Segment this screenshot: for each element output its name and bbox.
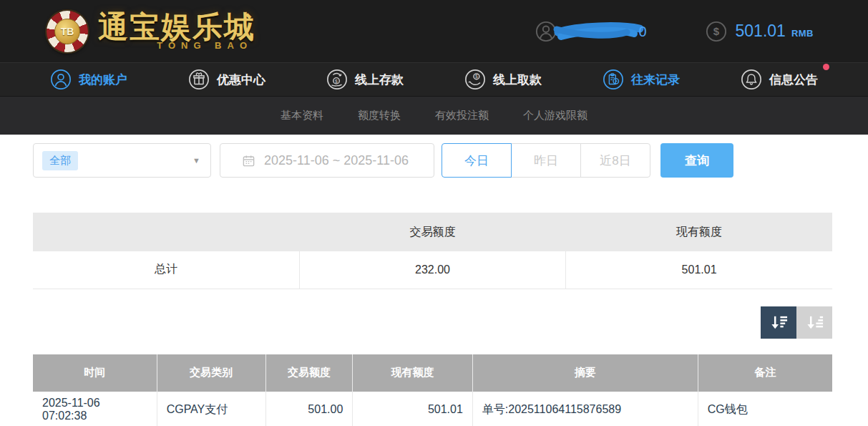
balance-currency: RMB xyxy=(791,24,814,39)
brand-name-cn: 通宝娱乐城 xyxy=(98,11,255,43)
svg-text:$: $ xyxy=(475,74,478,79)
nav-item-my-account[interactable]: 我的账户 xyxy=(50,69,127,90)
summary-header-cell-transaction-amount: 交易额度 xyxy=(299,213,565,251)
yesterday-button[interactable]: 昨日 xyxy=(511,143,581,178)
sort-descending-icon xyxy=(769,313,789,332)
user-icon xyxy=(50,69,72,90)
nav-item-promotions[interactable]: 优惠中心 xyxy=(188,69,265,90)
username-redaction: 0 xyxy=(552,19,645,44)
summary-header-cell xyxy=(33,213,299,251)
summary-table: 交易额度 现有额度 总计 232.00 501.01 xyxy=(33,213,832,289)
records-header-summary: 摘要 xyxy=(472,354,698,392)
table-row: 2025-11-06 07:02:38 CGPAY支付 501.00 501.0… xyxy=(33,392,832,426)
sort-descending-button[interactable] xyxy=(761,306,796,339)
record-remarks: CG钱包 xyxy=(698,392,832,426)
records-header-transaction-amount: 交易额度 xyxy=(265,354,353,392)
nav-label: 线上取款 xyxy=(493,72,542,88)
selected-type-value: 全部 xyxy=(42,151,78,170)
quick-date-segment: 今日 昨日 近8日 xyxy=(442,143,650,178)
records-icon xyxy=(603,69,624,90)
brand-name-en: TONG BAO xyxy=(98,40,255,51)
records-header: 时间 交易类别 交易额度 现有额度 摘要 备注 xyxy=(33,354,832,392)
sort-ascending-button[interactable] xyxy=(796,306,832,339)
record-current-amount: 501.01 xyxy=(353,392,473,426)
search-button[interactable]: 查询 xyxy=(660,143,733,178)
nav-label: 线上存款 xyxy=(355,72,404,88)
record-summary: 单号:202511064115876589 xyxy=(472,392,698,426)
nav-item-online-withdrawal[interactable]: $ 线上取款 xyxy=(464,69,542,90)
sort-ascending-icon xyxy=(805,313,824,332)
site-logo[interactable]: TB 通宝娱乐城 TONG BAO xyxy=(47,11,255,52)
records-header-type: 交易类别 xyxy=(157,354,265,392)
summary-transaction-amount: 232.00 xyxy=(299,251,565,289)
bell-icon xyxy=(741,69,762,90)
calendar-icon xyxy=(242,154,255,168)
svg-text:$: $ xyxy=(713,25,719,37)
balance-amount: 501.01 xyxy=(736,21,786,41)
summary-total-label: 总计 xyxy=(33,251,299,289)
user-account[interactable]: 0 xyxy=(535,19,645,44)
summary-header: 交易额度 现有额度 xyxy=(33,213,832,251)
today-button[interactable]: 今日 xyxy=(442,143,512,178)
subnav-item-game-limits[interactable]: 个人游戏限额 xyxy=(523,109,587,122)
withdraw-icon: $ xyxy=(464,69,486,90)
date-range-input[interactable]: 2025-11-06 ~ 2025-11-06 xyxy=(220,143,434,178)
nav-label: 往来记录 xyxy=(631,72,680,88)
subnav-item-valid-bets[interactable]: 有效投注额 xyxy=(435,109,489,122)
sort-controls xyxy=(33,306,832,339)
sub-navigation: 基本资料 额度转换 有效投注额 个人游戏限额 xyxy=(0,97,868,135)
record-type: CGPAY支付 xyxy=(157,392,265,426)
record-transaction-amount: 501.00 xyxy=(265,392,353,426)
last-8-days-button[interactable]: 近8日 xyxy=(580,143,650,178)
records-header-time: 时间 xyxy=(33,354,157,392)
subnav-item-credit-transfer[interactable]: 额度转换 xyxy=(358,109,401,122)
gift-icon xyxy=(188,69,210,90)
transaction-type-select[interactable]: 全部 ▼ xyxy=(33,143,211,178)
logo-text: 通宝娱乐城 TONG BAO xyxy=(98,11,255,51)
nav-item-transaction-records[interactable]: 往来记录 xyxy=(603,69,680,90)
main-content: 全部 ▼ 2025-11-06 ~ 2025-11-06 今日 昨日 近8日 查… xyxy=(0,143,868,426)
chip-monogram: TB xyxy=(54,19,80,44)
summary-header-cell-current-amount: 现有额度 xyxy=(566,213,832,251)
records-header-current-amount: 现有额度 xyxy=(353,354,473,392)
nav-item-announcements[interactable]: 信息公告 xyxy=(741,69,818,90)
casino-chip-icon: TB xyxy=(47,11,88,52)
nav-label: 我的账户 xyxy=(79,72,127,88)
dollar-icon: $ xyxy=(706,21,727,42)
top-header: TB 通宝娱乐城 TONG BAO 0 $ 501.01 RMB xyxy=(0,0,868,62)
record-time: 2025-11-06 07:02:38 xyxy=(33,392,157,426)
balance-display: $ 501.01 RMB xyxy=(706,21,814,42)
main-navigation: 我的账户 优惠中心 $ 线上存款 $ 线上取款 xyxy=(0,62,868,97)
username-visible-character: 0 xyxy=(638,24,646,40)
svg-text:$: $ xyxy=(335,79,338,84)
chevron-down-icon: ▼ xyxy=(192,156,200,165)
nav-label: 优惠中心 xyxy=(217,72,265,88)
nav-label: 信息公告 xyxy=(769,72,818,88)
summary-current-amount: 501.01 xyxy=(566,251,832,289)
notification-dot xyxy=(823,64,829,70)
nav-item-online-deposit[interactable]: $ 线上存款 xyxy=(326,69,404,90)
records-table: 时间 交易类别 交易额度 现有额度 摘要 备注 2025-11-06 07:02… xyxy=(33,354,832,426)
date-range-value: 2025-11-06 ~ 2025-11-06 xyxy=(264,153,409,168)
summary-total-row: 总计 232.00 501.01 xyxy=(33,251,832,289)
subnav-item-basic-info[interactable]: 基本资料 xyxy=(281,109,323,122)
deposit-icon: $ xyxy=(326,69,348,90)
records-header-remarks: 备注 xyxy=(698,354,832,392)
filter-bar: 全部 ▼ 2025-11-06 ~ 2025-11-06 今日 昨日 近8日 查… xyxy=(33,143,832,178)
